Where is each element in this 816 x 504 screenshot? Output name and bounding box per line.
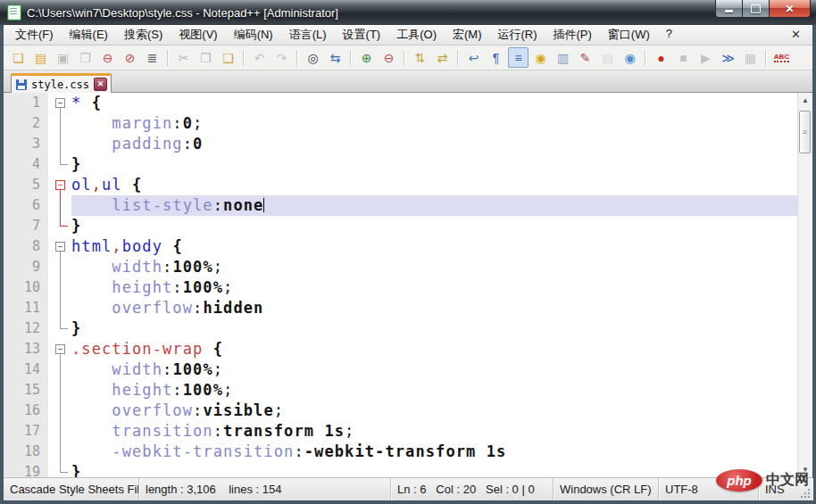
fold-collapse-icon[interactable]: − xyxy=(48,93,71,113)
toolbar-macro-run-multiple-button[interactable]: ≫ xyxy=(718,47,738,68)
line-number: 1 xyxy=(4,93,48,113)
zoom-in-icon: ⊕ xyxy=(362,52,372,64)
code-line-4[interactable]: 4} xyxy=(4,154,797,175)
line-number: 18 xyxy=(4,442,48,462)
code-line-10[interactable]: 10 height:100%; xyxy=(4,277,797,298)
vertical-scrollbar[interactable]: ▲ ≡ ▼ xyxy=(797,93,812,477)
code-line-16[interactable]: 16 overflow:visible; xyxy=(4,401,797,421)
close-button[interactable]: ✕ xyxy=(770,0,811,18)
toolbar-find-button[interactable]: ◎ xyxy=(303,47,323,68)
menu-item-5[interactable]: 语言(L) xyxy=(281,25,335,45)
fold-guide xyxy=(48,277,71,298)
tab-close-icon[interactable]: ✕ xyxy=(94,78,107,91)
code-text: overflow:hidden xyxy=(71,298,797,318)
code-line-3[interactable]: 3 padding:0 xyxy=(4,134,797,154)
toolbar-macro-record-button[interactable]: ● xyxy=(651,47,671,68)
line-number: 4 xyxy=(4,154,48,175)
fold-collapse-icon[interactable]: − xyxy=(48,236,71,257)
code-area[interactable]: 1−* {2 margin:0;3 padding:04}5−ol,ul {6 … xyxy=(4,93,797,477)
toolbar-sync-horizontal-scroll-button[interactable]: ⇄ xyxy=(432,47,453,68)
notepad-plus-plus-window: C:\Users\win7\Desktop\style.css - Notepa… xyxy=(0,0,816,504)
scrollbar-thumb[interactable]: ≡ xyxy=(799,111,811,153)
open-file-icon: ▤ xyxy=(35,52,46,64)
line-number: 6 xyxy=(4,195,48,216)
toolbar-new-file-button[interactable]: ❏ xyxy=(8,47,29,68)
window-controls: ✕ xyxy=(715,0,811,18)
watermark-text: 中文网 xyxy=(766,471,809,490)
menu-item-3[interactable]: 视图(V) xyxy=(171,25,225,45)
code-line-5[interactable]: 5−ol,ul { xyxy=(4,175,797,195)
code-line-2[interactable]: 2 margin:0; xyxy=(4,113,797,134)
fold-collapse-icon[interactable]: − xyxy=(48,339,71,359)
code-line-19[interactable]: 19} xyxy=(4,462,797,477)
toolbar-close-all-button[interactable]: ⊘ xyxy=(120,47,140,68)
code-line-18[interactable]: 18 -webkit-transition:-webkit-transform … xyxy=(4,442,797,462)
toolbar-spell-check-button[interactable]: ABC xyxy=(771,47,792,68)
toolbar-separator xyxy=(243,50,245,66)
menu-item-0[interactable]: 文件(F) xyxy=(7,25,62,45)
code-text: width:100%; xyxy=(71,359,797,380)
title-bar[interactable]: C:\Users\win7\Desktop\style.css - Notepa… xyxy=(0,0,816,25)
code-line-7[interactable]: 7} xyxy=(4,216,797,236)
code-line-15[interactable]: 15 height:100%; xyxy=(4,380,797,401)
code-line-9[interactable]: 9 width:100%; xyxy=(4,257,797,277)
fold-guide xyxy=(48,442,71,462)
scroll-up-icon[interactable]: ▲ xyxy=(798,93,812,108)
new-file-icon: ❏ xyxy=(12,52,24,64)
replace-icon: ⇆ xyxy=(330,52,341,64)
toolbar-function-list-button[interactable]: ◉ xyxy=(530,47,551,68)
code-line-13[interactable]: 13−.section-wrap { xyxy=(4,339,797,359)
line-number: 2 xyxy=(4,113,48,134)
code-line-12[interactable]: 12} xyxy=(4,318,797,339)
menu-item-8[interactable]: 宏(M) xyxy=(445,25,490,45)
code-line-14[interactable]: 14 width:100%; xyxy=(4,359,797,380)
code-line-8[interactable]: 8−html,body { xyxy=(4,236,797,257)
toolbar-show-all-characters-button[interactable]: ¶ xyxy=(486,47,506,68)
code-text: } xyxy=(71,318,797,339)
spell-check-icon: ABC xyxy=(774,54,789,62)
toolbar-show-indent-guide-button[interactable]: ≡ xyxy=(508,47,529,68)
fold-collapse-icon[interactable]: − xyxy=(48,175,71,195)
function-list-icon: ◉ xyxy=(535,52,545,64)
toolbar-replace-button[interactable]: ⇆ xyxy=(325,47,346,68)
toolbar-sync-vertical-scroll-button[interactable]: ⇅ xyxy=(410,47,430,68)
toolbar-monitoring-button[interactable]: ◉ xyxy=(620,47,640,68)
code-line-6[interactable]: 6 list-style:none xyxy=(4,195,797,216)
toolbar-word-wrap-button[interactable]: ↩ xyxy=(463,47,484,68)
menu-item-9[interactable]: 运行(R) xyxy=(489,25,545,45)
tab-style-css[interactable]: style.css ✕ xyxy=(11,73,112,93)
menu-item-4[interactable]: 编码(N) xyxy=(226,25,281,45)
show-indent-guide-icon: ≡ xyxy=(514,52,521,64)
line-number: 14 xyxy=(4,359,48,380)
toolbar-close-file-button[interactable]: ⊖ xyxy=(97,47,118,68)
toolbar-separator xyxy=(404,50,405,66)
minimize-button[interactable] xyxy=(715,0,743,18)
menu-item-10[interactable]: 插件(P) xyxy=(545,25,600,45)
menu-item-7[interactable]: 工具(O) xyxy=(388,25,445,45)
document-switcher-icon: ✎ xyxy=(580,52,591,64)
menu-item-2[interactable]: 搜索(S) xyxy=(116,25,171,45)
toolbar-zoom-in-button[interactable]: ⊕ xyxy=(356,47,377,68)
sync-vertical-scroll-icon: ⇅ xyxy=(415,52,426,64)
menu-item-6[interactable]: 设置(T) xyxy=(335,25,389,45)
toolbar-print-button[interactable]: ≣ xyxy=(142,47,162,68)
menu-item-1[interactable]: 编辑(E) xyxy=(62,25,116,45)
menu-items: 文件(F)编辑(E)搜索(S)视图(V)编码(N)语言(L)设置(T)工具(O)… xyxy=(7,25,680,45)
toolbar-paste-button[interactable]: ❑ xyxy=(218,47,238,68)
editor[interactable]: 1−* {2 margin:0;3 padding:04}5−ol,ul {6 … xyxy=(4,93,812,477)
macro-save-icon: ▦ xyxy=(745,52,756,64)
toolbar-cut-button: ✂ xyxy=(173,47,194,68)
menu-item-12[interactable]: ? xyxy=(658,25,680,45)
menu-item-11[interactable]: 窗口(W) xyxy=(600,25,658,45)
code-line-11[interactable]: 11 overflow:hidden xyxy=(4,298,797,318)
maximize-button[interactable] xyxy=(743,0,770,18)
menubar-close-icon[interactable]: ✕ xyxy=(787,27,805,42)
code-line-17[interactable]: 17 transition:transform 1s; xyxy=(4,421,797,442)
toolbar-document-switcher-button[interactable]: ✎ xyxy=(575,47,595,68)
menu-bar: 文件(F)编辑(E)搜索(S)视图(V)编码(N)语言(L)设置(T)工具(O)… xyxy=(4,25,812,45)
status-eol-format: Windows (CR LF) xyxy=(554,478,659,500)
code-line-1[interactable]: 1−* { xyxy=(4,93,797,113)
toolbar-open-file-button[interactable]: ▤ xyxy=(30,47,51,68)
toolbar-zoom-out-button[interactable]: ⊖ xyxy=(379,47,399,68)
toolbar-document-map-button[interactable]: ▥ xyxy=(553,47,573,68)
